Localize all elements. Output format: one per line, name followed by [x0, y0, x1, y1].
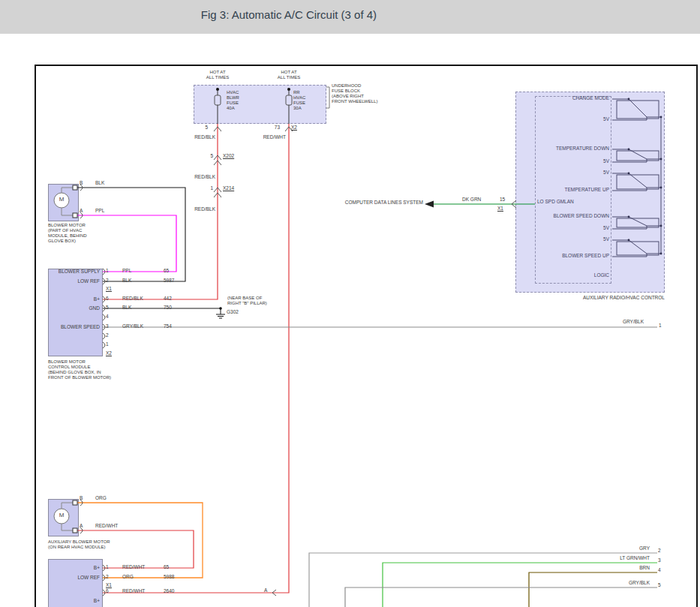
hot-at-all-times-left: HOT AT ALL TIMES	[200, 70, 236, 80]
wire-color-label: RED/WHT	[122, 564, 145, 569]
ctl-5v-3: 5V	[519, 170, 609, 176]
x214-connector: X214	[223, 185, 234, 191]
circuit-number: 65	[164, 564, 169, 569]
gry-blk-wire	[345, 587, 657, 607]
aux-pin-row-6: 6 RED/WHT 2640	[106, 588, 190, 594]
wire-label-dk-grn: DK GRN	[462, 197, 481, 203]
data-lines-arrow-icon	[425, 201, 434, 208]
computer-data-lines-label: COMPUTER DATA LINES SYSTEM	[335, 200, 423, 206]
pin-number: 5	[106, 305, 109, 310]
motor-pin-b: B	[80, 180, 83, 186]
circuit-number: 2640	[164, 588, 174, 593]
wire-color-label: RED/WHT	[122, 588, 145, 593]
wire-label-lt-grn-wht: LT GRN/WHT	[593, 555, 650, 561]
ctl-5v-4: 5V	[519, 225, 609, 231]
module-pin-row-6: 6 RED/BLK 442	[106, 296, 190, 302]
wire-label-gry-blk-754: GRY/BLK	[608, 319, 644, 325]
fuse-block-bracket	[326, 87, 329, 108]
ctl-logic: LOGIC	[519, 272, 609, 278]
aux-module-lbl-bplus: B+	[46, 565, 100, 571]
pin-brn: 4	[658, 567, 661, 573]
module-connector-x1: X1	[106, 286, 112, 292]
fuse-left-icon	[215, 95, 221, 105]
aux-module-lbl-low-ref: LOW REF	[46, 575, 100, 581]
ground-location-note: (NEAR BASE OF RIGHT "B" PILLAR)	[227, 296, 267, 306]
module-pin-4: 4	[106, 314, 109, 320]
x202-pin: 5	[204, 153, 213, 159]
wire-color-label: RED/BLK	[122, 296, 143, 301]
brn-wire	[529, 572, 657, 607]
module-pin-row-3: 3 GRY/BLK 754	[106, 323, 190, 329]
speed-wire-pin: 1	[659, 323, 662, 329]
aux-radio-hvac-control-label: AUXILIARY RADIO/HVAC CONTROL	[515, 295, 665, 301]
wire-color-label: PPL	[122, 268, 131, 273]
module-connector-x2: X2	[106, 350, 112, 356]
aux-motor-m-symbol: M	[57, 512, 66, 518]
blower-motor-label: BLOWER MOTOR (PART OF HVAC MODULE, BEHIN…	[48, 223, 87, 244]
circuit-number: 65	[164, 268, 169, 273]
module-lbl-bplus: B+	[46, 296, 100, 302]
hvac-blwr-fuse-label: HVAC BLWR FUSE 40A	[227, 90, 239, 111]
wire-label-gry: GRY	[593, 545, 650, 551]
gmlan-pin-15: 15	[500, 197, 505, 203]
module-pin-row-5: 5 BLK 750	[106, 305, 190, 311]
ctl-temp-down: TEMPERATURE DOWN	[519, 146, 609, 152]
red-wht-feed-wire	[103, 124, 289, 593]
wire-label-ppl: PPL	[95, 208, 104, 214]
circuit-number: 5988	[164, 574, 174, 579]
module-pin-row-2: 2 BLK 5987	[106, 278, 190, 284]
power-dot-right	[287, 88, 290, 91]
pin-number: 2	[106, 278, 109, 283]
connector-chevron-icons	[80, 127, 516, 596]
aux-connector-x1: X1	[106, 582, 112, 588]
pin-number: 1	[106, 268, 109, 273]
circuit-number: 442	[164, 296, 172, 301]
fuse-right-connector: X2	[291, 125, 297, 131]
underhood-fuse-block-label: UNDERHOOD FUSE BLOCK (ABOVE RIGHT FRONT …	[332, 83, 377, 104]
ctl-temp-up: TEMPERATURE UP	[519, 187, 609, 193]
ctl-change-mode: CHANGE MODE	[519, 95, 609, 101]
wire-label-red-blk-3: RED/BLK	[188, 206, 215, 212]
aux-pin-row-1: 1 RED/WHT 65	[106, 564, 190, 570]
wire-color-label: ORG	[122, 574, 134, 579]
ctl-speed-up: BLOWER SPEED UP	[519, 253, 609, 259]
pin-number: 1	[106, 564, 109, 569]
wire-label-red-wht: RED/WHT	[258, 134, 286, 140]
motor-pin-a: A	[80, 208, 83, 214]
ctl-lo-spd-gmlan: LO SPD GMLAN	[537, 199, 574, 205]
pin-number: 6	[106, 588, 109, 593]
aux-pin-row-2: 2 ORG 5988	[106, 574, 190, 580]
wire-label-red-wht-aux: RED/WHT	[95, 523, 118, 529]
aux-blower-motor-label: AUXILIARY BLOWER MOTOR (ON REAR HVAC MOD…	[48, 539, 110, 550]
gmlan-connector-x1: X1	[497, 206, 503, 212]
pin-number: 2	[106, 574, 109, 579]
wire-color-label: BLK	[122, 278, 131, 283]
wire-color-label: GRY/BLK	[122, 323, 143, 329]
module-lbl-blower-supply: BLOWER SUPPLY	[46, 269, 100, 275]
aux-feed-pin-a: A	[264, 587, 267, 593]
x214-pin: 1	[204, 185, 213, 191]
pin-number: 3	[106, 323, 109, 329]
fuse-left-pin: 5	[202, 125, 208, 131]
ctl-5v-5: 5V	[519, 236, 609, 242]
blower-module-label: BLOWER MOTOR CONTROL MODULE (BEHIND GLOV…	[48, 359, 111, 380]
wire-label-red-blk-1: RED/BLK	[188, 134, 215, 140]
ground-name: G302	[227, 309, 239, 315]
circuit-number: 5987	[164, 278, 174, 283]
module-pin-row-1: 1 PPL 65	[106, 268, 190, 274]
pin-number: 6	[106, 296, 109, 301]
wire-color-label: BLK	[122, 305, 131, 310]
module-lbl-blower-speed: BLOWER SPEED	[46, 324, 100, 330]
ctl-speed-down: BLOWER SPEED DOWN	[519, 213, 609, 219]
circuit-number: 754	[164, 323, 172, 329]
ctl-5v-1: 5V	[519, 116, 609, 122]
fuse-right-pin: 73	[269, 125, 280, 131]
rr-hvac-fuse-label: RR HVAC FUSE 30A	[293, 90, 305, 111]
wire-label-blk: BLK	[95, 180, 104, 186]
aux-motor-pin-b: B	[80, 495, 83, 501]
wire-label-org: ORG	[95, 495, 107, 501]
pin-lt-grn-wht: 3	[658, 557, 661, 563]
wiring-diagram-page: Fig 3: Automatic A/C Circuit (3 of 4)	[0, 0, 700, 607]
aux-motor-pin-a: A	[80, 523, 83, 529]
module-lbl-low-ref: LOW REF	[46, 278, 100, 284]
